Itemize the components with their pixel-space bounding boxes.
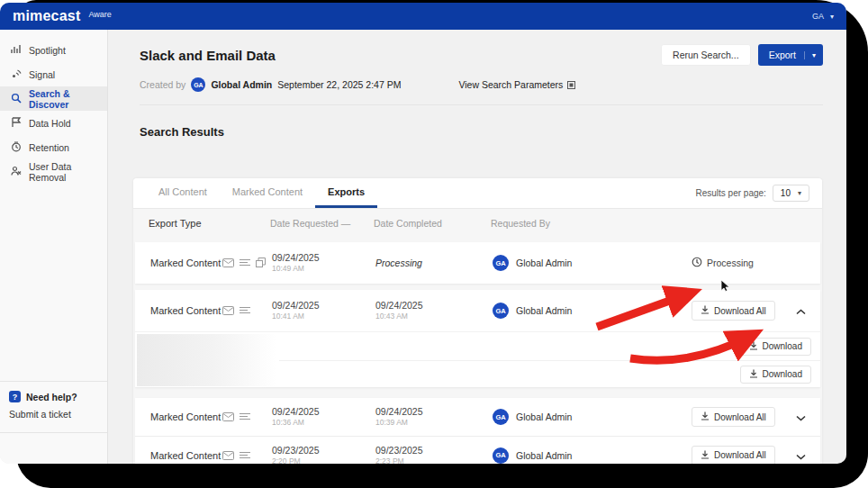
date-value: 09/24/2025 <box>272 252 375 264</box>
page-title: Slack and Email Data <box>140 48 276 63</box>
date-cell: 09/24/202510:39 AM <box>375 406 493 428</box>
list-icon <box>240 255 250 271</box>
sidebar-item-label: Data Hold <box>29 118 71 129</box>
date-cell: 09/23/20252:23 PM <box>375 445 493 464</box>
requested-by-name: Global Admin <box>516 411 572 422</box>
sidebar-item-label: Search & Discover <box>29 88 107 110</box>
sidebar-item-label: User Data Removal <box>29 161 107 183</box>
help-title: Need help? <box>26 392 77 402</box>
list-icon <box>240 447 250 464</box>
export-channel-icons <box>222 303 272 319</box>
sidebar-item-spotlight[interactable]: Spotlight <box>0 38 107 62</box>
export-channel-icons <box>222 255 272 271</box>
sidebar-item-search-discover[interactable]: Search & Discover <box>0 86 107 111</box>
export-channel-icons <box>222 447 272 464</box>
export-type: Marked Content <box>135 258 222 268</box>
export-row-card: Marked Content09/24/202510:36 AM09/24/20… <box>135 398 820 464</box>
download-button-label: Download <box>763 341 802 351</box>
date-value: 09/23/2025 <box>375 445 493 456</box>
row-action: Download All <box>692 446 777 465</box>
expand-toggle[interactable] <box>777 447 822 464</box>
avatar: GA <box>493 255 509 271</box>
chevron-up-icon <box>796 303 806 319</box>
requested-by: GAGlobal Admin <box>493 409 692 425</box>
date-value: 09/24/2025 <box>375 300 493 312</box>
results-panel: All ContentMarked ContentExports Results… <box>133 178 822 464</box>
column-date-requested[interactable]: Date Requested — <box>270 218 374 229</box>
per-page-value: 10 <box>781 188 791 198</box>
screenshot-stage: mimecast Aware GA ▾ SpotlightSignalSearc… <box>0 0 868 488</box>
submit-ticket-link[interactable]: Submit a ticket <box>9 409 107 420</box>
sidebar: SpotlightSignalSearch & DiscoverData Hol… <box>0 30 108 464</box>
spotlight-icon <box>11 44 22 57</box>
user-data-removal-icon <box>11 166 22 178</box>
time-value: 10:41 AM <box>272 312 375 321</box>
search-results-heading: Search Results <box>109 105 846 139</box>
data-hold-icon <box>11 117 22 130</box>
brand-logo: mimecast <box>13 8 80 24</box>
avatar: GA <box>191 77 205 92</box>
created-by-label: Created by <box>140 79 185 90</box>
download-icon <box>701 450 710 461</box>
requested-by-name: Global Admin <box>516 450 572 461</box>
download-button[interactable]: Download <box>740 338 811 356</box>
creator-name: Global Admin <box>211 79 272 90</box>
per-page-select[interactable]: 10 ▾ <box>773 185 809 202</box>
export-type: Marked Content <box>135 450 222 461</box>
table-row: Marked Content09/24/202510:41 AM09/24/20… <box>135 290 820 331</box>
date-cell: 09/24/202510:49 AM <box>272 252 375 274</box>
table-header: Export Type Date Requested — Date Comple… <box>133 209 822 238</box>
sidebar-item-data-hold[interactable]: Data Hold <box>0 111 107 135</box>
download-button[interactable]: Download <box>740 366 811 384</box>
expand-toggle[interactable] <box>777 409 822 425</box>
export-button-label: Export <box>769 50 796 60</box>
export-row-card: Marked Content09/24/202510:41 AM09/24/20… <box>135 290 820 387</box>
time-value: 10:39 AM <box>375 418 493 428</box>
tab-exports[interactable]: Exports <box>315 178 377 208</box>
chevron-down-icon: ▾ <box>798 189 801 197</box>
tab-all-content[interactable]: All Content <box>146 178 220 208</box>
download-icon <box>749 369 758 380</box>
export-button[interactable]: Export ▾ <box>758 44 823 66</box>
tabs: All ContentMarked ContentExports Results… <box>133 178 822 209</box>
date-value: 09/24/2025 <box>272 406 375 418</box>
spinner-icon <box>692 257 702 269</box>
column-date-completed: Date Completed <box>374 218 491 229</box>
download-all-button-label: Download All <box>714 450 766 460</box>
column-export-type: Export Type <box>133 218 221 229</box>
search-discover-icon <box>11 93 22 105</box>
sidebar-item-retention[interactable]: Retention <box>0 135 107 159</box>
main-content: Slack and Email Data Rerun Search... Exp… <box>109 30 846 464</box>
download-all-button[interactable]: Download All <box>692 446 775 465</box>
results-per-page: Results per page: 10 ▾ <box>695 178 809 208</box>
download-all-button-label: Download All <box>714 306 766 316</box>
export-row-card: Marked Content09/24/202510:49 AMProcessi… <box>135 242 820 284</box>
account-menu[interactable]: GA ▾ <box>812 12 834 21</box>
export-rows: Marked Content09/24/202510:49 AMProcessi… <box>133 242 822 464</box>
view-search-parameters-link[interactable]: View Search Parameters <box>458 79 575 90</box>
date-cell: 09/23/20252:20 PM <box>272 445 375 464</box>
processing-status: Processing <box>692 257 754 269</box>
requested-by: GAGlobal Admin <box>493 447 692 464</box>
sidebar-item-user-data-removal[interactable]: User Data Removal <box>0 159 107 184</box>
requested-by-name: Global Admin <box>516 258 572 268</box>
sidebar-item-signal[interactable]: Signal <box>0 62 107 86</box>
requested-by: GAGlobal Admin <box>493 255 692 271</box>
per-page-label: Results per page: <box>695 188 765 198</box>
download-all-button[interactable]: Download All <box>692 407 775 427</box>
row-action: Download All <box>692 407 777 427</box>
help-icon: ? <box>9 391 21 402</box>
avatar: GA <box>493 303 509 319</box>
download-all-button[interactable]: Download All <box>692 301 775 321</box>
rerun-search-button[interactable]: Rerun Search... <box>661 44 751 66</box>
time-value: 2:20 PM <box>272 456 375 464</box>
completed-status-text: Processing <box>375 258 493 268</box>
expand-toggle[interactable] <box>777 303 822 319</box>
tab-marked-content[interactable]: Marked Content <box>220 178 315 208</box>
avatar: GA <box>493 409 509 425</box>
table-row: Marked Content09/24/202510:36 AM09/24/20… <box>135 398 820 436</box>
download-all-button-label: Download All <box>714 412 766 422</box>
time-value: 10:49 AM <box>272 264 375 274</box>
email-icon <box>222 255 234 271</box>
date-value: 09/23/2025 <box>272 445 375 456</box>
